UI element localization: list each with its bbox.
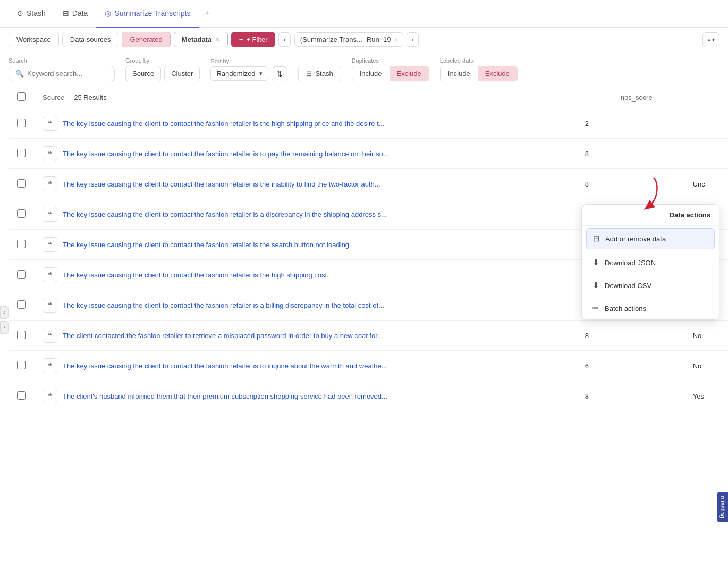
group-cluster-button[interactable]: Cluster (164, 66, 200, 81)
quote-icon-3[interactable]: ❝ (43, 207, 57, 222)
label-cell-1 (684, 139, 728, 169)
nps-col-header: nps_score (577, 87, 684, 108)
row-text-6[interactable]: The key issue causing the client to cont… (63, 301, 384, 309)
metadata-tab[interactable]: Metadata × (174, 32, 228, 47)
row-text-4[interactable]: The key issue causing the client to cont… (63, 241, 351, 249)
download-csv-item[interactable]: ⬇ Download CSV (582, 274, 719, 297)
search-input[interactable] (27, 70, 107, 78)
labeled-exclude-button[interactable]: Exclude (478, 66, 517, 81)
side-arrow-bottom[interactable]: › (0, 321, 9, 334)
chevron-down-icon: ▾ (259, 70, 263, 77)
row-checkbox-4[interactable] (17, 240, 26, 248)
nav-next-button[interactable]: › (407, 33, 418, 46)
label-cell-2: Unc (684, 169, 728, 199)
row-checkbox-6[interactable] (17, 300, 26, 309)
row-text-2[interactable]: The key issue causing the client to cont… (63, 180, 380, 188)
label-cell-7: No (684, 321, 728, 351)
quote-icon-2[interactable]: ❝ (43, 176, 57, 191)
source-col-header: Source 25 Results (34, 87, 577, 108)
generated-tab[interactable]: Generated (122, 32, 170, 47)
batch-actions-item[interactable]: ✏ Batch actions (582, 297, 719, 319)
side-arrows: ‹ › (0, 306, 9, 334)
row-checkbox-5[interactable] (17, 270, 26, 279)
side-arrow-top[interactable]: ‹ (0, 306, 9, 319)
sort-select[interactable]: Randomized ▾ (210, 66, 268, 81)
row-text-3[interactable]: The key issue causing the client to cont… (63, 210, 387, 218)
quote-icon-1[interactable]: ❝ (43, 146, 57, 161)
data-actions-dropdown: Data actions ⊟ Add or remove data ⬇ Down… (581, 204, 719, 320)
label-cell-8: No (684, 351, 728, 381)
row-checkbox-8[interactable] (17, 361, 26, 369)
filter-icon-button[interactable]: ⊧ ▾ (702, 32, 719, 47)
group-source-button[interactable]: Source (125, 66, 161, 81)
row-checkbox-3[interactable] (17, 209, 26, 218)
nps-cell-1: 8 (577, 139, 684, 169)
row-checkbox-1[interactable] (17, 149, 26, 157)
nps-cell-2: 8 (577, 169, 684, 199)
quote-icon-6[interactable]: ❝ (43, 298, 57, 313)
labeled-data-group: Labeled data Include Exclude (440, 57, 518, 81)
stash-group: _ ⊟ Stash (298, 57, 341, 81)
filter-chip[interactable]: (Summarize Trans... Run: 19 × (294, 32, 403, 47)
quote-icon-4[interactable]: ❝ (43, 237, 57, 252)
tab-stash[interactable]: ⊙ Stash (9, 0, 54, 28)
row-checkbox-2[interactable] (17, 179, 26, 188)
nps-cell-7: 8 (577, 321, 684, 351)
filter-nav: ‹ (278, 32, 291, 47)
summarize-icon: ◎ (105, 9, 111, 18)
row-text-9[interactable]: The client's husband informed them that … (63, 392, 387, 400)
label-cell-0 (684, 108, 728, 139)
row-text-0[interactable]: The key issue causing the client to cont… (63, 120, 385, 128)
labeled-include-button[interactable]: Include (441, 66, 478, 81)
row-checkbox-0[interactable] (17, 119, 26, 127)
tab-data[interactable]: ⊟ Data (54, 0, 97, 28)
row-text-1[interactable]: The key issue causing the client to cont… (63, 150, 389, 158)
quote-icon-5[interactable]: ❝ (43, 267, 57, 282)
workspace-tab[interactable]: Workspace (9, 32, 59, 47)
table-row: ❝ The key issue causing the client to co… (9, 108, 728, 139)
duplicates-include-button[interactable]: Include (352, 66, 390, 81)
add-tab-button[interactable]: + (199, 0, 216, 28)
search-input-wrapper: 🔍 (9, 66, 115, 81)
data-sources-tab[interactable]: Data sources (62, 32, 119, 47)
quote-icon-7[interactable]: ❝ (43, 328, 57, 343)
table-row: ❝ The client's husband informed them tha… (9, 381, 728, 411)
sort-by-group: Sort by Randomized ▾ ⇅ (210, 58, 287, 81)
search-icon: 🔍 (15, 70, 24, 78)
dropdown-arrow-icon: ▾ (712, 37, 715, 43)
filter-chip-close[interactable]: × (394, 37, 397, 43)
quote-icon-9[interactable]: ❝ (43, 389, 57, 403)
quote-icon-0[interactable]: ❝ (43, 116, 57, 131)
label-col-header (684, 87, 728, 108)
stash-button[interactable]: ⊟ Stash (298, 66, 341, 81)
table-row: ❝ The key issue causing the client to co… (9, 139, 728, 169)
download-json-item[interactable]: ⬇ Download JSON (582, 251, 719, 274)
nps-cell-0: 2 (577, 108, 684, 139)
add-remove-data-item[interactable]: ⊟ Add or remove data (586, 228, 715, 249)
row-checkbox-7[interactable] (17, 331, 26, 339)
tab-summarize[interactable]: ◎ Summarize Transcripts (96, 0, 199, 28)
row-text-8[interactable]: The key issue causing the client to cont… (63, 362, 387, 370)
quote-icon-8[interactable]: ❝ (43, 358, 57, 373)
table-row: ❝ The key issue causing the client to co… (9, 351, 728, 381)
row-text-7[interactable]: The client contacted the fashion retaile… (63, 332, 383, 340)
duplicates-exclude-button[interactable]: Exclude (390, 66, 429, 81)
controls-bar: Search 🔍 Group by Source Cluster Sort by… (0, 52, 728, 87)
main-content: ‹ › Source 25 Results nps_score (0, 87, 728, 552)
duplicates-group: Duplicates Include Exclude (352, 57, 429, 81)
data-icon: ⊟ (63, 9, 69, 18)
row-checkbox-9[interactable] (17, 391, 26, 400)
dropdown-title: Data actions (582, 205, 719, 226)
table-row: ❝ The client contacted the fashion retai… (9, 321, 728, 351)
labeled-data-toggle: Include Exclude (440, 66, 518, 81)
nav-prev-button[interactable]: ‹ (279, 33, 290, 46)
filter-funnel-icon: ⊧ (707, 36, 711, 44)
tab-bar: ⊙ Stash ⊟ Data ◎ Summarize Transcripts + (0, 0, 728, 28)
sort-direction-button[interactable]: ⇅ (272, 66, 287, 81)
filter-button[interactable]: + + Filter (231, 32, 276, 47)
right-side-tab[interactable]: n testing (717, 492, 728, 522)
metadata-close-icon[interactable]: × (216, 36, 220, 44)
row-text-5[interactable]: The key issue causing the client to cont… (63, 271, 329, 279)
label-cell-9: Yes (684, 381, 728, 411)
select-all-checkbox[interactable] (17, 92, 26, 101)
